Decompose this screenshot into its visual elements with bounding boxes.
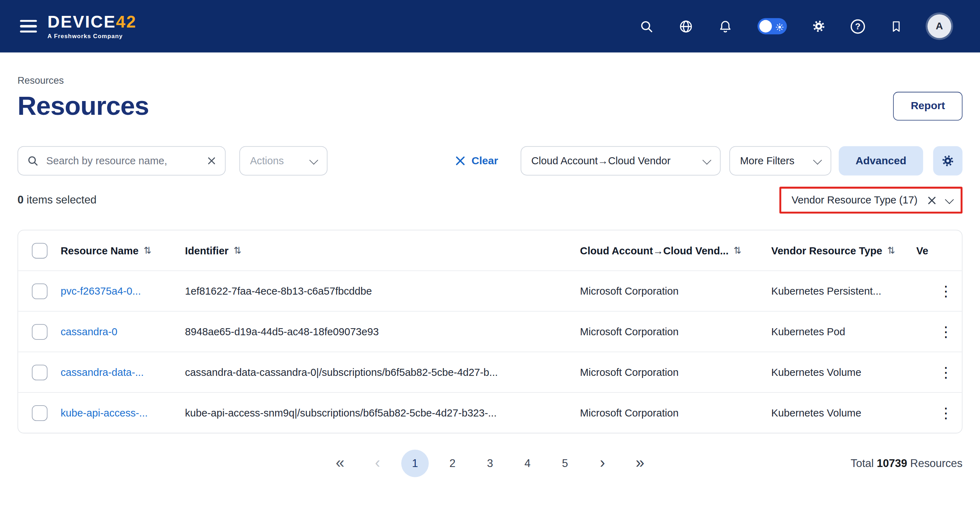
advanced-button[interactable]: Advanced <box>838 146 923 176</box>
actions-dropdown[interactable]: Actions <box>239 146 328 176</box>
first-page-button[interactable]: « <box>326 450 354 477</box>
table-row: cassandra-data-... cassandra-data-cassan… <box>18 352 962 392</box>
identifier-cell: cassandra-data-cassandra-0|/subscription… <box>185 366 580 378</box>
column-label: Cloud Account→Cloud Vend... <box>580 244 729 257</box>
help-icon[interactable]: ? <box>851 19 865 33</box>
table-row: kube-api-access-... kube-api-access-snm9… <box>18 392 962 433</box>
navbar-actions: ? A <box>640 14 951 38</box>
cloud-vendor-filter-label: Cloud Account→Cloud Vendor <box>531 155 671 167</box>
page-button-5[interactable]: 5 <box>551 450 579 477</box>
vendor-resource-type-cell: Kubernetes Pod <box>772 326 916 338</box>
sun-icon <box>776 22 784 33</box>
brand-text-accent: 42 <box>116 13 137 31</box>
brand-subtitle: A Freshworks Company <box>48 33 137 39</box>
row-actions-kebab-icon[interactable]: ⋮ <box>939 324 953 339</box>
resource-name-link[interactable]: cassandra-data-... <box>60 366 143 378</box>
page-button-2[interactable]: 2 <box>439 450 466 477</box>
clear-x-icon <box>455 155 466 166</box>
select-all-checkbox[interactable] <box>32 243 48 258</box>
avatar[interactable]: A <box>928 14 951 38</box>
cloud-vendor-filter-dropdown[interactable]: Cloud Account→Cloud Vendor <box>521 146 721 176</box>
column-header-truncated: Ve <box>916 244 930 257</box>
next-page-button[interactable]: › <box>589 450 616 477</box>
actions-dropdown-label: Actions <box>250 155 284 167</box>
clear-label: Clear <box>472 155 498 167</box>
resource-name-link[interactable]: pvc-f26375a4-0... <box>60 285 141 297</box>
vendor-resource-type-cell: Kubernetes Volume <box>772 366 916 378</box>
last-page-button[interactable]: » <box>626 450 654 477</box>
column-header-vendor-resource-type[interactable]: Vendor Resource Type ⇅ <box>772 244 916 257</box>
row-checkbox[interactable] <box>32 324 48 339</box>
resource-search-box[interactable] <box>18 146 226 176</box>
identifier-cell: 8948ae65-d19a-44d5-ac48-18fe09073e93 <box>185 326 580 338</box>
chevron-down-icon <box>703 155 711 164</box>
pager: « ‹ 1 2 3 4 5 › » <box>326 450 654 477</box>
bookmark-icon[interactable] <box>890 19 902 33</box>
column-header-identifier[interactable]: Identifier ⇅ <box>185 244 580 257</box>
search-icon[interactable] <box>640 19 654 33</box>
clear-filters-button[interactable]: Clear <box>455 155 498 167</box>
filter-chip-chevron-down-icon[interactable] <box>947 197 953 203</box>
row-checkbox[interactable] <box>32 365 48 380</box>
row-actions-kebab-icon[interactable]: ⋮ <box>939 365 953 379</box>
cloud-account-cell: Microsoft Corporation <box>580 366 772 378</box>
selected-count: 0 <box>18 193 23 206</box>
cloud-account-cell: Microsoft Corporation <box>580 285 772 297</box>
page-button-1[interactable]: 1 <box>401 450 429 477</box>
column-label: Vendor Resource Type <box>772 244 883 257</box>
row-checkbox[interactable] <box>32 405 48 420</box>
sort-icon: ⇅ <box>143 245 151 256</box>
title-row: Resources Report <box>18 91 963 121</box>
table-settings-gear-button[interactable] <box>933 146 963 176</box>
row-checkbox[interactable] <box>32 283 48 299</box>
search-magnifier-icon <box>27 155 39 167</box>
row-actions-kebab-icon[interactable]: ⋮ <box>939 284 953 298</box>
table-row: cassandra-0 8948ae65-d19a-44d5-ac48-18fe… <box>18 311 962 352</box>
brand-text: DEVICE42 <box>48 13 137 30</box>
identifier-cell: 1ef81622-7faa-4ece-8b13-c6a57fbcddbe <box>185 285 580 297</box>
column-header-cloud-account[interactable]: Cloud Account→Cloud Vend... ⇅ <box>580 244 772 257</box>
sort-icon: ⇅ <box>234 245 242 256</box>
column-header-resource-name[interactable]: Resource Name ⇅ <box>60 244 185 257</box>
selected-count-text: 0 items selected <box>18 193 97 207</box>
annotation-highlight: Vendor Resource Type (17) <box>779 187 963 214</box>
page-button-3[interactable]: 3 <box>476 450 504 477</box>
more-filters-label: More Filters <box>740 155 794 167</box>
cloud-account-cell: Microsoft Corporation <box>580 407 772 419</box>
report-button[interactable]: Report <box>893 92 963 120</box>
selected-count-label: items selected <box>27 193 97 206</box>
brand-text-main: DEVICE <box>48 13 116 31</box>
bell-icon[interactable] <box>718 19 732 33</box>
selection-row: 0 items selected Vendor Resource Type (1… <box>18 187 963 214</box>
remove-filter-x-icon[interactable] <box>927 195 937 205</box>
toggle-knob <box>759 20 772 33</box>
vendor-resource-type-cell: Kubernetes Volume <box>772 407 916 419</box>
total-prefix: Total <box>851 457 873 469</box>
previous-page-button[interactable]: ‹ <box>364 450 391 477</box>
page-button-4[interactable]: 4 <box>514 450 541 477</box>
menu-icon[interactable] <box>20 20 37 33</box>
clear-search-icon[interactable] <box>207 156 216 166</box>
table-row: pvc-f26375a4-0... 1ef81622-7faa-4ece-8b1… <box>18 270 962 311</box>
globe-icon[interactable] <box>679 19 693 33</box>
resource-name-link[interactable]: kube-api-access-... <box>60 407 148 419</box>
search-input[interactable] <box>45 154 200 168</box>
more-filters-dropdown[interactable]: More Filters <box>729 146 831 176</box>
active-filter-chip-label[interactable]: Vendor Resource Type (17) <box>792 194 918 206</box>
avatar-letter: A <box>936 21 943 32</box>
resource-name-link[interactable]: cassandra-0 <box>60 326 118 338</box>
column-label: Identifier <box>185 244 228 257</box>
total-resources-text: Total 10739 Resources <box>654 457 963 470</box>
chevron-down-icon <box>813 155 822 164</box>
theme-toggle[interactable] <box>757 18 787 34</box>
brand-logo[interactable]: DEVICE42 A Freshworks Company <box>48 13 137 39</box>
gear-icon[interactable] <box>812 19 826 33</box>
main-content: Resources Resources Report Actions <box>0 75 980 477</box>
pagination-bar: « ‹ 1 2 3 4 5 › » Total 10739 Resources <box>18 450 963 477</box>
breadcrumb[interactable]: Resources <box>18 75 963 86</box>
row-actions-kebab-icon[interactable]: ⋮ <box>939 406 953 420</box>
cloud-account-cell: Microsoft Corporation <box>580 326 772 338</box>
top-navbar: DEVICE42 A Freshworks Company <box>0 0 980 52</box>
page-title: Resources <box>18 91 149 121</box>
vendor-resource-type-cell: Kubernetes Persistent... <box>772 285 916 297</box>
